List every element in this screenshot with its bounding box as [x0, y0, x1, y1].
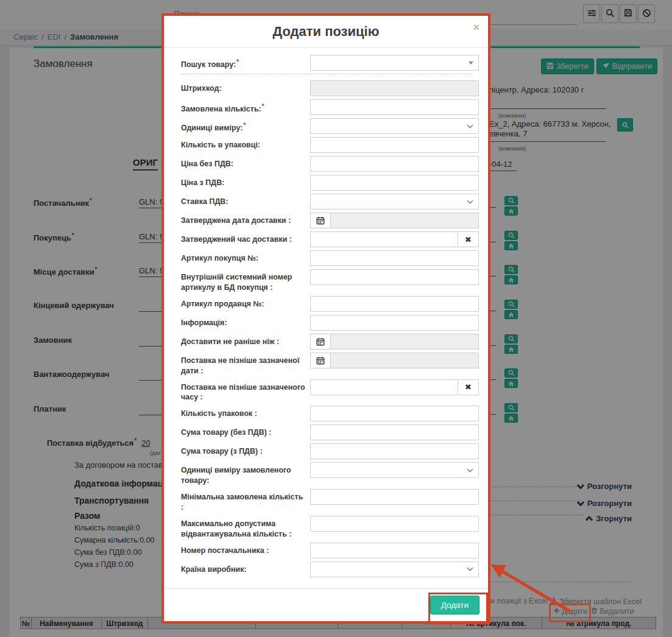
field-control-seller-article	[310, 296, 479, 312]
field-row-sum-vat: Сума товару (з ПДВ) :	[181, 443, 473, 459]
delivery-not-later-time-group: ✖	[310, 379, 479, 395]
field-row-price-vat: Ціна з ПДВ:	[181, 175, 473, 191]
field-control-producer-country	[310, 561, 479, 577]
field-row-packages-count: Кількість упаковок :	[181, 406, 473, 421]
field-control-ordered-uom	[310, 462, 479, 478]
supplier-number-input[interactable]	[310, 543, 479, 558]
field-row-supplier-number: Номер постачальника :	[181, 543, 473, 558]
clear-icon[interactable]: ✖	[458, 379, 479, 395]
close-icon[interactable]: ×	[473, 22, 479, 33]
min-ordered-qty-input[interactable]	[310, 489, 479, 505]
calendar-icon[interactable]	[310, 213, 331, 228]
field-control-packages-count	[310, 406, 479, 421]
field-row-internal-article-number: Внутрішній системний номер артикулу в БД…	[181, 269, 473, 293]
field-label-info: Інформація:	[181, 315, 310, 328]
field-control-ordered-qty	[310, 99, 479, 115]
field-label-min-ordered-qty: Мінімальна замовлена кількість :	[181, 489, 310, 513]
ordered-uom-select[interactable]	[310, 462, 479, 478]
field-row-min-ordered-qty: Мінімальна замовлена кількість :	[181, 489, 473, 513]
calendar-icon[interactable]	[310, 353, 331, 368]
field-control-confirmed-delivery-date	[310, 213, 479, 228]
field-control-price-no-vat	[310, 156, 479, 172]
dropdown-caret-icon	[469, 62, 473, 65]
qty-per-pack-input[interactable]	[310, 137, 479, 153]
product-search-dropdown[interactable]	[310, 55, 479, 71]
required-star: *	[236, 58, 239, 65]
clear-icon[interactable]: ✖	[458, 231, 479, 247]
buyer-article-input[interactable]	[310, 250, 479, 266]
max-shipping-qty-input[interactable]	[310, 516, 479, 532]
form-divider	[181, 74, 473, 74]
field-row-product-search: Пошук товару:*	[181, 55, 473, 71]
producer-country-select[interactable]	[310, 561, 479, 577]
calendar-icon[interactable]	[310, 334, 331, 350]
field-row-price-no-vat: Ціна без ПДВ:	[181, 156, 473, 172]
delivery-not-later-time-input[interactable]	[310, 379, 458, 395]
field-row-barcode: Штрихкод:	[181, 80, 473, 96]
field-row-uom: Одиниці виміру:*	[181, 118, 473, 134]
field-label-max-shipping-qty: Максимально допустима відвантажувальна к…	[181, 516, 310, 540]
add-position-modal: Додати позицію × Пошук товару:*Штрихкод:…	[161, 13, 490, 624]
field-control-confirmed-delivery-time: ✖	[310, 231, 479, 247]
field-control-sum-vat	[310, 443, 479, 459]
field-label-vat-rate: Ставка ПДВ:	[181, 194, 310, 207]
uom-select[interactable]	[310, 118, 479, 134]
sum-no-vat-input[interactable]	[310, 424, 479, 440]
chevron-down-icon	[467, 200, 473, 204]
price-no-vat-input[interactable]	[310, 156, 479, 172]
field-row-producer-country: Країна виробник:	[181, 561, 473, 577]
seller-article-input[interactable]	[310, 296, 479, 312]
price-vat-input[interactable]	[310, 175, 479, 191]
field-row-ordered-uom: Одиниці виміру замовленого товару:	[181, 462, 473, 486]
confirmed-delivery-date-group	[310, 213, 479, 228]
field-label-qty-per-pack: Кількість в упаковці:	[181, 137, 310, 150]
field-control-info	[310, 315, 479, 331]
field-label-supplier-number: Номер постачальника :	[181, 543, 310, 556]
modal-header: Додати позицію ×	[164, 16, 488, 48]
field-label-sum-no-vat: Сума товару (без ПДВ) :	[181, 424, 310, 438]
field-row-deliver-not-earlier: Доставити не раніше ніж :	[181, 334, 473, 350]
field-control-qty-per-pack	[310, 137, 479, 153]
chevron-down-icon	[467, 468, 473, 473]
field-row-buyer-article: Артикул покупця №:	[181, 250, 473, 266]
field-row-delivery-not-later-date: Поставка не пізніше зазначеної дати :	[181, 353, 473, 376]
field-control-supplier-number	[310, 543, 479, 558]
field-control-min-ordered-qty	[310, 489, 479, 505]
field-row-qty-per-pack: Кількість в упаковці:	[181, 137, 473, 153]
modal-add-button[interactable]: Додати	[430, 596, 479, 614]
chevron-down-icon	[467, 567, 473, 571]
confirmed-delivery-date-input	[331, 213, 479, 228]
vat-rate-select[interactable]	[310, 194, 479, 209]
modal-form: Пошук товару:*Штрихкод:Замовлена кількіс…	[164, 48, 488, 588]
confirmed-delivery-time-input[interactable]	[310, 231, 458, 247]
field-control-product-search	[310, 55, 479, 71]
field-control-delivery-not-later-time: ✖	[310, 379, 479, 395]
sum-vat-input[interactable]	[310, 443, 479, 459]
field-label-producer-country: Країна виробник:	[181, 561, 310, 575]
deliver-not-earlier-group	[310, 334, 479, 350]
field-control-vat-rate	[310, 194, 479, 209]
field-label-sum-vat: Сума товару (з ПДВ) :	[181, 443, 310, 457]
field-row-ordered-qty: Замовлена кількість:*	[181, 99, 473, 115]
required-star: *	[262, 103, 264, 110]
field-label-price-vat: Ціна з ПДВ:	[181, 175, 310, 188]
ordered-qty-input[interactable]	[310, 99, 479, 115]
internal-article-number-input[interactable]	[310, 269, 479, 285]
field-label-buyer-article: Артикул покупця №:	[181, 250, 310, 264]
delivery-not-later-date-input	[331, 353, 479, 368]
chevron-down-icon	[467, 124, 473, 128]
field-control-uom	[310, 118, 479, 134]
delivery-not-later-date-group	[310, 353, 479, 368]
modal-footer: Додати	[164, 588, 488, 621]
info-input[interactable]	[310, 315, 479, 331]
field-label-price-no-vat: Ціна без ПДВ:	[181, 156, 310, 169]
modal-title: Додати позицію	[272, 24, 379, 39]
field-label-internal-article-number: Внутрішній системний номер артикулу в БД…	[181, 269, 310, 293]
barcode-input	[310, 80, 479, 96]
field-control-barcode	[310, 80, 479, 96]
field-row-info: Інформація:	[181, 315, 473, 331]
field-label-delivery-not-later-date: Поставка не пізніше зазначеної дати :	[181, 353, 310, 376]
field-label-confirmed-delivery-date: Затверджена дата доставки :	[181, 213, 310, 226]
field-label-deliver-not-earlier: Доставити не раніше ніж :	[181, 334, 310, 347]
packages-count-input[interactable]	[310, 406, 479, 421]
